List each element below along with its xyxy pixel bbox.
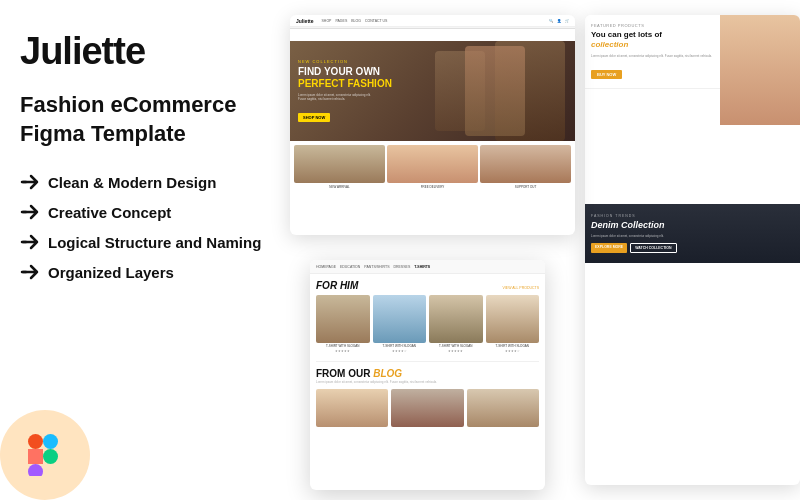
product-img-2 <box>373 295 427 343</box>
bottom-tablet-mockup: HOMEPAGE EDUCATION PANTS/SHIRTS DRESSES … <box>310 260 545 490</box>
product-3: T-SHIRT WITH SLOGAN ★★★★★ <box>429 295 483 353</box>
buy-now-btn[interactable]: BUY NOW <box>591 70 622 79</box>
blog-img-2 <box>391 389 463 427</box>
tab-homepage[interactable]: HOMEPAGE <box>316 265 336 269</box>
subtitle: Fashion eCommerce Figma Template <box>20 91 300 148</box>
thumb-3: SUPPORT OUT <box>480 145 571 189</box>
tab-pants[interactable]: PANTS/SHIRTS <box>364 265 389 269</box>
product-price-3: ★★★★★ <box>429 349 483 353</box>
nav-link-pages[interactable]: PAGES <box>335 19 347 23</box>
arrow-icon-3 <box>20 232 40 252</box>
account-icon-nav[interactable]: 👤 <box>557 19 561 23</box>
collection-section: FEATURED PRODUCTS You can get lots of co… <box>585 15 800 89</box>
feature-label-creative: Creative Concept <box>48 204 171 221</box>
search-icon-nav[interactable]: 🔍 <box>549 19 553 23</box>
thumb-img-3 <box>480 145 571 183</box>
for-him-title: FOR HIM <box>316 280 358 291</box>
denim-label: FASHION TRENDS <box>591 214 794 218</box>
feature-label-organized: Organized Layers <box>48 264 174 281</box>
arrow-icon-4 <box>20 262 40 282</box>
product-1: T-SHIRT WITH SLOGAN ★★★★★ <box>316 295 370 353</box>
feature-item-clean: Clean & Modern Design <box>20 172 300 192</box>
nav-link-shop[interactable]: SHOP <box>322 19 332 23</box>
thumb-label-3: SUPPORT OUT <box>480 185 571 189</box>
blog-img-3 <box>467 389 539 427</box>
nav-link-blog[interactable]: BLOG <box>351 19 361 23</box>
product-img-1 <box>316 295 370 343</box>
app-title: Juliette <box>20 30 300 73</box>
blog-title: FROM OUR BLOG <box>316 368 539 379</box>
product-price-2: ★★★★☆ <box>373 349 427 353</box>
product-img-4 <box>486 295 540 343</box>
thumb-1: NEW ARRIVAL <box>294 145 385 189</box>
subtitle-line1: Fashion eCommerce <box>20 92 236 117</box>
denim-section: FASHION TRENDS Denim Collection Lorem ip… <box>585 204 800 263</box>
svg-point-4 <box>43 449 58 464</box>
feature-label-clean: Clean & Modern Design <box>48 174 216 191</box>
feature-item-organized: Organized Layers <box>20 262 300 282</box>
figma-logo <box>20 430 70 480</box>
products-grid: T-SHIRT WITH SLOGAN ★★★★★ T-SHIRT WITH S… <box>316 295 539 353</box>
blog-img-1 <box>316 389 388 427</box>
blog-desc: Lorem ipsum dolor sit amet, consectetur … <box>316 380 539 384</box>
svg-rect-2 <box>28 464 43 476</box>
collection-img <box>720 15 800 125</box>
feature-list: Clean & Modern Design Creative Concept L… <box>20 172 300 282</box>
blog-section: FROM OUR BLOG Lorem ipsum dolor sit amet… <box>316 368 539 427</box>
view-all-link[interactable]: VIEW ALL PRODUCTS <box>503 286 539 290</box>
product-2: T-SHIRT WITH SLOGAN ★★★★☆ <box>373 295 427 353</box>
hero-person3-img <box>465 46 525 136</box>
feature-item-logical: Logical Structure and Naming <box>20 232 300 252</box>
denim-btn2[interactable]: WATCH COLLECTION <box>630 243 676 253</box>
tablet-nav: HOMEPAGE EDUCATION PANTS/SHIRTS DRESSES … <box>310 260 545 274</box>
arrow-icon-2 <box>20 202 40 222</box>
right-column-mockup: FEATURED PRODUCTS You can get lots of co… <box>585 15 800 485</box>
tablet-content: FOR HIM VIEW ALL PRODUCTS T-SHIRT WITH S… <box>310 274 545 433</box>
thumb-label-2: FREE DELIVERY <box>387 185 478 189</box>
feature-label-logical: Logical Structure and Naming <box>48 234 261 251</box>
svg-rect-1 <box>28 449 43 464</box>
denim-btn1[interactable]: EXPLORE MORE <box>591 243 627 253</box>
hero-shop-btn[interactable]: SHOP NOW <box>298 113 330 122</box>
hero-area: NEW COLLECTION FIND YOUR OWN PERFECT FAS… <box>290 41 575 193</box>
collection-img-bg <box>720 15 800 125</box>
product-price-1: ★★★★★ <box>316 349 370 353</box>
mockup-container: Juliette SHOP PAGES BLOG CONTACT US 🔍 👤 … <box>290 0 800 500</box>
cart-icon-nav[interactable]: 🛒 <box>565 19 569 23</box>
mock-nav-links: SHOP PAGES BLOG CONTACT US <box>322 19 388 23</box>
denim-btns: EXPLORE MORE WATCH COLLECTION <box>591 243 794 253</box>
svg-rect-0 <box>28 434 43 449</box>
feature-item-creative: Creative Concept <box>20 202 300 222</box>
product-price-4: ★★★★☆ <box>486 349 540 353</box>
hero-desc: Lorem ipsum dolor sit amet, consectetur … <box>298 93 378 101</box>
mock-nav: Juliette SHOP PAGES BLOG CONTACT US 🔍 👤 … <box>290 15 575 27</box>
tab-tshirts[interactable]: T-SHIRTS <box>414 265 430 269</box>
divider <box>316 361 539 362</box>
tab-dresses[interactable]: DRESSES <box>393 265 410 269</box>
thumb-img-2 <box>387 145 478 183</box>
subtitle-line2: Figma Template <box>20 121 186 146</box>
mock-nav-logo: Juliette <box>296 18 314 24</box>
denim-title: Denim Collection <box>591 220 794 231</box>
for-him-header: FOR HIM VIEW ALL PRODUCTS <box>316 280 539 291</box>
product-4: T-SHIRT WITH SLOGAN ★★★★☆ <box>486 295 540 353</box>
product-thumbs-row: NEW ARRIVAL FREE DELIVERY SUPPORT OUT <box>290 141 575 193</box>
hero-bg: NEW COLLECTION FIND YOUR OWN PERFECT FAS… <box>290 41 575 141</box>
svg-rect-3 <box>43 434 58 449</box>
nav-link-contact[interactable]: CONTACT US <box>365 19 387 23</box>
thumb-2: FREE DELIVERY <box>387 145 478 189</box>
hero-text: NEW COLLECTION FIND YOUR OWN PERFECT FAS… <box>290 53 400 129</box>
blog-imgs <box>316 389 539 427</box>
top-browser-mockup: Juliette SHOP PAGES BLOG CONTACT US 🔍 👤 … <box>290 15 575 235</box>
mock-nav-icons: 🔍 👤 🛒 <box>549 19 569 23</box>
denim-desc: Lorem ipsum dolor sit amet, consectetur … <box>591 234 691 238</box>
arrow-icon <box>20 172 40 192</box>
thumb-label-1: NEW ARRIVAL <box>294 185 385 189</box>
hero-small-label: NEW COLLECTION <box>298 59 392 64</box>
hero-heading: FIND YOUR OWN PERFECT FASHION <box>298 66 392 90</box>
thumb-img-1 <box>294 145 385 183</box>
product-img-3 <box>429 295 483 343</box>
tab-education[interactable]: EDUCATION <box>340 265 360 269</box>
